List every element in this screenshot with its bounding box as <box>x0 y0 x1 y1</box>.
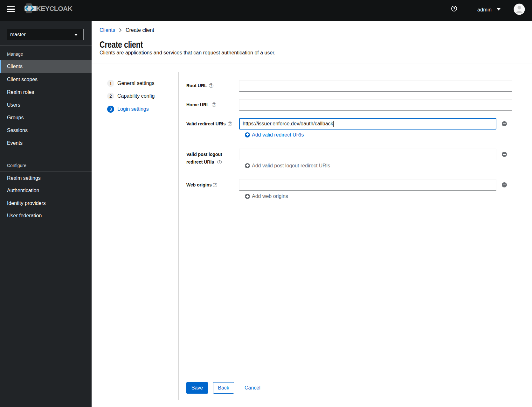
svg-text:KEYCLOAK: KEYCLOAK <box>36 5 73 12</box>
svg-text:?: ? <box>453 7 455 11</box>
